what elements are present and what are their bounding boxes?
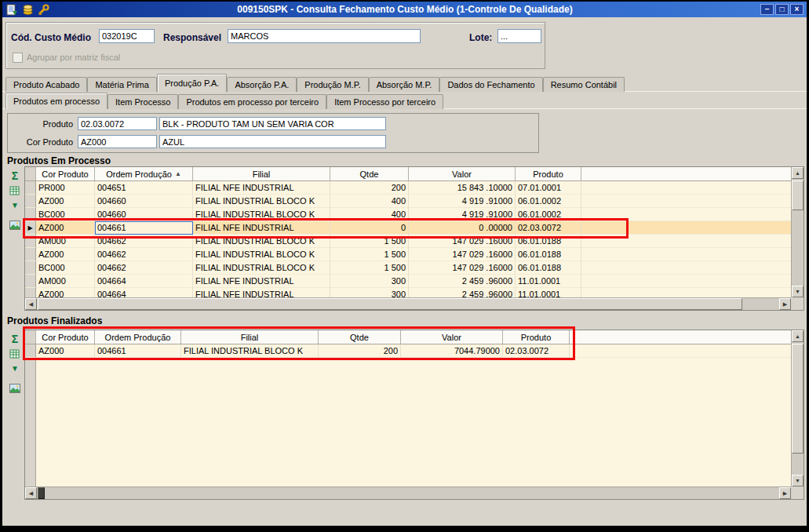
cell-filial[interactable]: FILIAL INDUSTRIAL BLOCO K bbox=[181, 344, 319, 358]
cell-produto[interactable]: 02.03.0072 bbox=[503, 344, 570, 358]
cell-qtde[interactable]: 200 bbox=[319, 344, 401, 358]
tab-producao-m-p[interactable]: Produção M.P. bbox=[297, 77, 368, 92]
tab-dados-do-fechamento[interactable]: Dados do Fechamento bbox=[439, 77, 542, 92]
cell-qtde[interactable]: 0 bbox=[330, 221, 409, 235]
cell-ordem[interactable]: 004662 bbox=[95, 248, 193, 261]
vertical-scrollbar[interactable]: ▲ ▼ bbox=[791, 167, 804, 297]
cell-ordem[interactable]: 004651 bbox=[95, 181, 193, 195]
cell-produto[interactable]: 06.01.0188 bbox=[516, 248, 581, 261]
cell-filial[interactable]: FILIAL NFE INDUSTRIAL bbox=[193, 181, 330, 195]
cell-qtde[interactable]: 1 500 bbox=[330, 235, 409, 248]
minimize-button[interactable]: – bbox=[760, 4, 774, 15]
responsavel-input[interactable] bbox=[228, 29, 421, 43]
report-icon[interactable] bbox=[5, 3, 18, 16]
cell-produto[interactable]: 07.01.0001 bbox=[516, 181, 581, 195]
cell-ordem[interactable]: 004664 bbox=[95, 288, 193, 297]
cell-produto[interactable]: 06.01.0188 bbox=[516, 235, 581, 248]
cell-valor[interactable]: 2 459 .96000 bbox=[409, 288, 516, 297]
cell-valor[interactable]: 0 .00000 bbox=[409, 221, 516, 235]
tab-producao-p-a[interactable]: Produção P.A. bbox=[157, 74, 228, 92]
cell-ordem[interactable]: 004660 bbox=[95, 208, 193, 221]
subtab-item-processo[interactable]: Item Processo bbox=[108, 94, 178, 109]
scroll-right-icon[interactable]: ▶ bbox=[779, 298, 791, 310]
produto-code-input[interactable] bbox=[78, 117, 157, 130]
column-header-filial[interactable]: Filial bbox=[193, 167, 330, 180]
scroll-down-icon[interactable]: ▼ bbox=[792, 475, 804, 486]
cell-valor[interactable]: 147 029 .16000 bbox=[409, 248, 516, 261]
cell-qtde[interactable]: 300 bbox=[330, 275, 409, 288]
column-header-produto[interactable]: Produto bbox=[503, 330, 570, 344]
table-row[interactable]: AM000004662FILIAL INDUSTRIAL BLOCO K1 50… bbox=[25, 235, 791, 248]
cell-valor[interactable]: 15 843 .10000 bbox=[409, 181, 516, 195]
sum-icon[interactable]: Σ bbox=[8, 332, 22, 345]
cell-ordem[interactable]: 004661 bbox=[95, 221, 193, 235]
produtos-finalizados-grid[interactable]: Cor ProdutoOrdem ProduçãoFilialQtdeValor… bbox=[24, 330, 804, 500]
cell-cor[interactable]: AM000 bbox=[36, 275, 95, 288]
horizontal-scrollbar[interactable]: ◀ ▶ bbox=[25, 297, 791, 310]
cell-valor[interactable]: 7044.79000 bbox=[401, 344, 503, 358]
column-header-filial[interactable]: Filial bbox=[181, 330, 319, 344]
horizontal-scrollbar-thumb[interactable] bbox=[38, 298, 742, 310]
subtab-produtos-em-processo-por-terceiro[interactable]: Produtos em processo por terceiro bbox=[178, 94, 326, 109]
cell-cor[interactable]: BC000 bbox=[36, 208, 95, 221]
table-row[interactable]: AZ000004661FILIAL INDUSTRIAL BLOCO K2007… bbox=[25, 344, 791, 358]
cell-filial[interactable]: FILIAL NFE INDUSTRIAL bbox=[193, 275, 330, 288]
scroll-down-icon[interactable]: ▼ bbox=[792, 286, 804, 297]
cell-cor[interactable]: AM000 bbox=[36, 235, 95, 248]
table-row[interactable]: AZ000004660FILIAL INDUSTRIAL BLOCO K4004… bbox=[25, 195, 791, 208]
tab-absorcao-p-a[interactable]: Absorção P.A. bbox=[227, 77, 297, 92]
vertical-scrollbar-thumb[interactable] bbox=[792, 180, 804, 210]
down-arrow-icon[interactable]: ▼ bbox=[8, 199, 22, 212]
cell-filial[interactable]: FILIAL INDUSTRIAL BLOCO K bbox=[193, 261, 330, 275]
cell-valor[interactable]: 147 029 .16000 bbox=[409, 235, 516, 248]
produtos-em-processo-grid[interactable]: Cor ProdutoOrdem Produção▲FilialQtdeValo… bbox=[24, 166, 804, 311]
vertical-scrollbar-thumb[interactable] bbox=[792, 344, 804, 454]
table-row[interactable]: ▶AZ000004661FILIAL NFE INDUSTRIAL00 .000… bbox=[25, 221, 791, 235]
cell-qtde[interactable]: 1 500 bbox=[330, 261, 409, 275]
column-header-ordem-producao[interactable]: Ordem Produção bbox=[95, 330, 181, 344]
cell-valor[interactable]: 147 029 .16000 bbox=[409, 261, 516, 275]
scroll-up-icon[interactable]: ▲ bbox=[792, 330, 804, 342]
cell-filial[interactable]: FILIAL NFE INDUSTRIAL bbox=[193, 288, 330, 297]
lote-input[interactable] bbox=[497, 29, 541, 43]
cell-ordem[interactable]: 004664 bbox=[95, 275, 193, 288]
wrench-icon[interactable] bbox=[37, 3, 49, 16]
table-row[interactable]: AM000004664FILIAL NFE INDUSTRIAL3002 459… bbox=[25, 275, 791, 288]
produto-desc-input[interactable] bbox=[159, 117, 386, 130]
cell-qtde[interactable]: 400 bbox=[330, 195, 409, 208]
tab-produto-acabado[interactable]: Produto Acabado bbox=[5, 77, 87, 92]
scroll-right-icon[interactable]: ▶ bbox=[779, 487, 791, 499]
tab-absorcao-m-p[interactable]: Absorção M.P. bbox=[369, 77, 440, 92]
cell-filial[interactable]: FILIAL INDUSTRIAL BLOCO K bbox=[193, 208, 330, 221]
export-grid-icon[interactable] bbox=[8, 184, 22, 197]
sum-icon[interactable]: Σ bbox=[8, 169, 22, 182]
cell-cor[interactable]: AZ000 bbox=[36, 288, 95, 297]
cor-code-input[interactable] bbox=[78, 135, 157, 148]
down-arrow-icon[interactable]: ▼ bbox=[8, 362, 22, 375]
scroll-left-icon[interactable]: ◀ bbox=[25, 298, 37, 310]
cell-qtde[interactable]: 300 bbox=[330, 288, 409, 297]
close-button[interactable]: × bbox=[790, 4, 804, 15]
cell-produto[interactable]: 02.03.0072 bbox=[516, 221, 581, 235]
table-row[interactable]: AZ000004662FILIAL INDUSTRIAL BLOCO K1 50… bbox=[25, 248, 791, 261]
cell-valor[interactable]: 2 459 .96000 bbox=[409, 275, 516, 288]
column-header-cor-produto[interactable]: Cor Produto bbox=[36, 330, 95, 344]
column-header-valor[interactable]: Valor bbox=[401, 330, 503, 344]
table-row[interactable]: PR000004651FILIAL NFE INDUSTRIAL20015 84… bbox=[25, 181, 791, 195]
cell-filial[interactable]: FILIAL NFE INDUSTRIAL bbox=[193, 221, 330, 235]
export-grid-icon[interactable] bbox=[8, 347, 22, 360]
cell-qtde[interactable]: 200 bbox=[330, 181, 409, 195]
cell-produto[interactable]: 06.01.0002 bbox=[516, 208, 581, 221]
tab-materia-prima[interactable]: Matéria Prima bbox=[87, 77, 156, 92]
horizontal-scrollbar[interactable]: ◀ ▶ bbox=[25, 486, 791, 499]
table-row[interactable]: BC000004660FILIAL INDUSTRIAL BLOCO K4004… bbox=[25, 208, 791, 221]
cor-desc-input[interactable] bbox=[159, 135, 386, 148]
subtab-item-processo-por-terceiro[interactable]: Item Processo por terceiro bbox=[326, 94, 443, 109]
image-icon[interactable] bbox=[8, 218, 22, 231]
subtab-produtos-em-processo[interactable]: Produtos em processo bbox=[5, 93, 108, 109]
cell-cor[interactable]: PR000 bbox=[36, 181, 95, 195]
cell-filial[interactable]: FILIAL INDUSTRIAL BLOCO K bbox=[193, 248, 330, 261]
cell-qtde[interactable]: 1 500 bbox=[330, 248, 409, 261]
tab-resumo-contabil[interactable]: Resumo Contábil bbox=[543, 77, 625, 92]
cell-filial[interactable]: FILIAL INDUSTRIAL BLOCO K bbox=[193, 235, 330, 248]
